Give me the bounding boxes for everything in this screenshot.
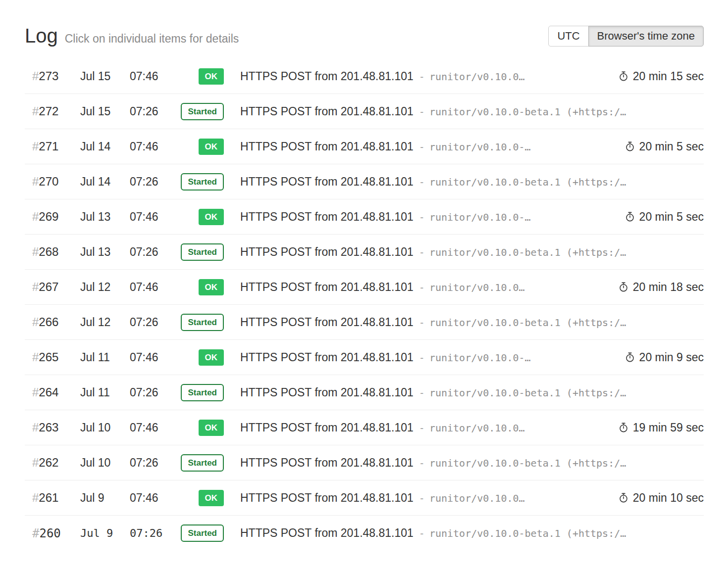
event-duration: 20 min 18 sec: [608, 281, 704, 294]
user-agent-text: runitor/v0.10.0…: [429, 71, 525, 83]
dash-separator: -: [419, 246, 425, 258]
status-badge: Started: [181, 243, 224, 261]
hash-prefix: #: [32, 526, 39, 540]
event-number: #260: [25, 526, 80, 540]
event-date: Jul 12: [80, 316, 130, 329]
event-date: Jul 15: [80, 105, 130, 118]
event-number: #262: [25, 456, 80, 470]
event-date: Jul 11: [80, 351, 130, 364]
hash-prefix: #: [32, 280, 39, 293]
dash-separator: -: [419, 106, 425, 118]
event-message: HTTPS POST from 201.48.81.101: [240, 175, 414, 188]
status-badge: OK: [199, 279, 224, 295]
event-time: 07:26: [130, 386, 174, 399]
status-badge: Started: [181, 103, 224, 120]
status-badge: OK: [199, 68, 224, 85]
log-table: #273 Jul 15 07:46 OK HTTPS POST from 201…: [25, 59, 704, 551]
event-description: HTTPS POST from 201.48.81.101-runitor/v0…: [224, 526, 704, 540]
duration-text: 20 min 5 sec: [639, 140, 704, 153]
event-description: HTTPS POST from 201.48.81.101-runitor/v0…: [224, 175, 704, 189]
log-row[interactable]: #268 Jul 13 07:26 Started HTTPS POST fro…: [25, 235, 704, 270]
event-number: #272: [25, 104, 80, 118]
user-agent-text: runitor/v0.10.0…: [429, 422, 525, 434]
event-time: 07:46: [130, 351, 174, 364]
event-number: #271: [25, 140, 80, 153]
log-row[interactable]: #262 Jul 10 07:26 Started HTTPS POST fro…: [25, 445, 704, 480]
stopwatch-icon: [618, 492, 629, 503]
log-row[interactable]: #261 Jul 9 07:46 OK HTTPS POST from 201.…: [25, 480, 704, 516]
hash-prefix: #: [32, 491, 39, 504]
log-row[interactable]: #263 Jul 10 07:46 OK HTTPS POST from 201…: [25, 410, 704, 445]
event-message: HTTPS POST from 201.48.81.101: [240, 491, 414, 504]
event-message: HTTPS POST from 201.48.81.101: [240, 245, 414, 258]
user-agent-text: runitor/v0.10.0-beta.1 (+https:/…: [429, 527, 626, 539]
hash-prefix: #: [32, 421, 39, 434]
log-page: LogClick on individual items for details…: [0, 0, 728, 551]
status-badge: OK: [199, 349, 224, 366]
user-agent-text: runitor/v0.10.0-…: [429, 352, 531, 364]
user-agent-text: runitor/v0.10.0-beta.1 (+https:/…: [429, 246, 626, 258]
event-date: Jul 10: [80, 421, 130, 434]
event-date: Jul 9: [80, 491, 130, 505]
event-date: Jul 11: [80, 386, 130, 399]
user-agent-text: runitor/v0.10.0-beta.1 (+https:/…: [429, 317, 626, 329]
dash-separator: -: [419, 282, 425, 293]
event-message: HTTPS POST from 201.48.81.101: [240, 456, 414, 469]
event-time: 07:46: [130, 491, 174, 505]
log-row[interactable]: #269 Jul 13 07:46 OK HTTPS POST from 201…: [25, 199, 704, 235]
log-row[interactable]: #270 Jul 14 07:26 Started HTTPS POST fro…: [25, 164, 704, 199]
log-row[interactable]: #264 Jul 11 07:26 Started HTTPS POST fro…: [25, 375, 704, 410]
event-number: #273: [25, 69, 80, 83]
event-time: 07:46: [130, 70, 174, 83]
event-description: HTTPS POST from 201.48.81.101-runitor/v0…: [224, 210, 615, 224]
event-number: #268: [25, 245, 80, 259]
event-message: HTTPS POST from 201.48.81.101: [240, 316, 414, 329]
hash-prefix: #: [32, 210, 39, 223]
event-time: 07:26: [130, 456, 174, 470]
event-duration: 20 min 5 sec: [615, 140, 704, 153]
user-agent-text: runitor/v0.10.0-…: [429, 211, 531, 223]
event-description: HTTPS POST from 201.48.81.101-runitor/v0…: [224, 351, 615, 364]
event-date: Jul 14: [80, 140, 130, 153]
log-row[interactable]: #266 Jul 12 07:26 Started HTTPS POST fro…: [25, 305, 704, 340]
hash-prefix: #: [32, 350, 39, 364]
duration-text: 20 min 5 sec: [639, 210, 704, 224]
event-number: #267: [25, 280, 80, 294]
log-row[interactable]: #267 Jul 12 07:46 OK HTTPS POST from 201…: [25, 270, 704, 305]
event-description: HTTPS POST from 201.48.81.101-runitor/v0…: [224, 386, 704, 399]
dash-separator: -: [419, 387, 425, 399]
log-row[interactable]: #273 Jul 15 07:46 OK HTTPS POST from 201…: [25, 59, 704, 94]
event-date: Jul 12: [80, 281, 130, 294]
dash-separator: -: [419, 211, 425, 223]
dash-separator: -: [419, 176, 425, 188]
event-time: 07:26: [130, 175, 174, 189]
log-row[interactable]: #271 Jul 14 07:46 OK HTTPS POST from 201…: [25, 129, 704, 164]
event-time: 07:46: [130, 421, 174, 434]
status-badge: OK: [199, 139, 224, 155]
utc-button[interactable]: UTC: [548, 26, 588, 47]
event-time: 07:46: [130, 210, 174, 224]
event-message: HTTPS POST from 201.48.81.101: [240, 386, 414, 399]
event-time: 07:46: [130, 281, 174, 294]
dash-separator: -: [419, 457, 425, 469]
status-badge: Started: [181, 173, 224, 191]
event-number: #269: [25, 210, 80, 224]
status-badge: OK: [199, 209, 224, 225]
event-description: HTTPS POST from 201.48.81.101-runitor/v0…: [224, 105, 704, 118]
event-message: HTTPS POST from 201.48.81.101: [240, 421, 414, 434]
duration-text: 20 min 18 sec: [633, 281, 704, 294]
event-date: Jul 13: [80, 210, 130, 224]
event-description: HTTPS POST from 201.48.81.101-runitor/v0…: [224, 140, 615, 153]
event-description: HTTPS POST from 201.48.81.101-runitor/v0…: [224, 245, 704, 259]
log-row[interactable]: #272 Jul 15 07:26 Started HTTPS POST fro…: [25, 94, 704, 129]
browser-timezone-button[interactable]: Browser's time zone: [588, 26, 704, 47]
hash-prefix: #: [32, 315, 39, 329]
log-row[interactable]: #260 Jul 9 07:26 Started HTTPS POST from…: [25, 516, 704, 551]
page-subtitle: Click on individual items for details: [65, 32, 239, 45]
event-description: HTTPS POST from 201.48.81.101-runitor/v0…: [224, 70, 608, 83]
stopwatch-icon: [618, 71, 629, 82]
log-row[interactable]: #265 Jul 11 07:46 OK HTTPS POST from 201…: [25, 340, 704, 375]
event-number: #261: [25, 491, 80, 505]
stopwatch-icon: [624, 141, 635, 152]
page-title: Log: [25, 25, 58, 47]
